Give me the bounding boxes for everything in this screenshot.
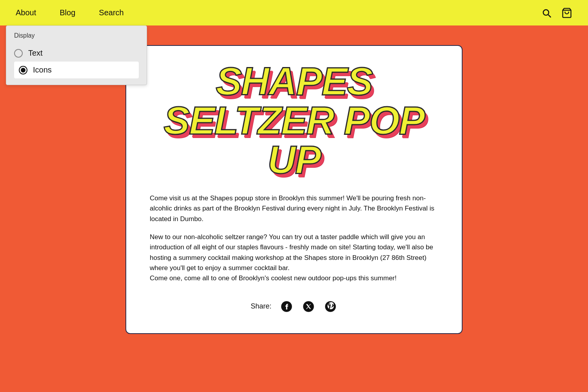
paragraph-1: Come visit us at the Shapes popup store … [150,193,438,224]
header-icons [541,7,572,18]
content-card: SHAPESSELTZER POPUP Come visit us at the… [125,45,463,334]
main-nav: About Blog Search [16,8,124,17]
search-button[interactable] [541,7,552,18]
paragraph-2: New to our non-alcoholic seltzer range? … [150,232,438,284]
dropdown-title: Display [14,32,139,39]
nav-search[interactable]: Search [99,8,123,17]
facebook-icon [281,301,292,312]
nav-blog[interactable]: Blog [60,8,75,17]
radio-text [14,49,23,58]
cart-button[interactable] [561,7,572,18]
share-label: Share: [250,302,271,310]
x-twitter-icon [303,301,314,312]
share-pinterest[interactable] [323,299,338,314]
share-x[interactable] [301,299,316,314]
display-option-text[interactable]: Text [14,45,139,62]
display-dropdown: Display Text Icons [6,25,147,85]
search-icon [541,7,552,18]
cart-icon [561,7,572,18]
share-row: Share: [150,299,438,314]
radio-icons [19,66,27,74]
share-facebook[interactable] [279,299,294,314]
option-text-label: Text [28,49,43,58]
header: About Blog Search [0,0,588,25]
nav-about[interactable]: About [16,8,36,17]
main-title: SHAPESSELTZER POPUP [150,62,438,179]
option-icons-label: Icons [33,65,52,74]
pinterest-icon [325,301,336,312]
display-option-icons[interactable]: Icons [14,62,139,78]
